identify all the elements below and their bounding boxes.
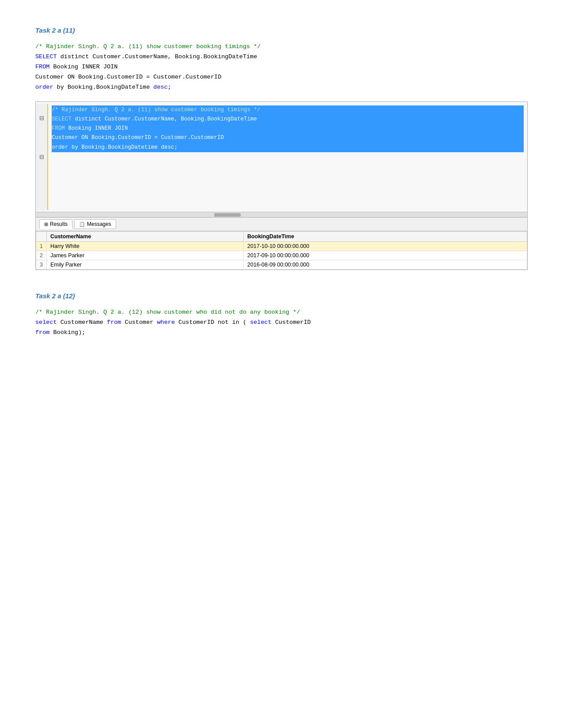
results-table-icon: ⊞ — [44, 221, 48, 227]
cell-datetime-3: 2016-08-09 00:00:00.000 — [244, 260, 527, 270]
editor-lines-11: /* Rajinder Singh. Q 2 a. (11) show cust… — [48, 104, 527, 210]
comment-line-12: /* Rajinder Singh. Q 2 a. (12) show cust… — [35, 309, 300, 315]
section-11: Task 2 a (11) /* Rajinder Singh. Q 2 a. … — [35, 26, 528, 270]
cell-datetime-2: 2017-09-10 00:00:00.000 — [244, 251, 527, 260]
row-num-2: 2 — [36, 251, 47, 260]
editor-line-3: FROM Booking INNER JOIN — [52, 124, 524, 133]
code-block-12: /* Rajinder Singh. Q 2 a. (12) show cust… — [35, 308, 528, 338]
table-row: 1 Harry White 2017-10-10 00:00:00.000 — [36, 242, 527, 251]
results-panel-11: ⊞ Results 📋 Messages CustomerName Bookin… — [35, 218, 528, 270]
table-row: 3 Emily Parker 2016-08-09 00:00:00.000 — [36, 260, 527, 270]
editor-line-5: order by Booking.BookingDatetime desc; — [52, 143, 524, 152]
col-rownum — [36, 232, 47, 242]
editor-line-1: /* Rajinder Singh. Q 2 a. (11) show cust… — [52, 105, 524, 115]
editor-scrollbar[interactable] — [36, 212, 527, 217]
cell-datetime-1: 2017-10-10 00:00:00.000 — [244, 242, 527, 251]
table-row: 2 James Parker 2017-09-10 00:00:00.000 — [36, 251, 527, 260]
col-bookingdatetime: BookingDateTime — [244, 232, 527, 242]
code-block-11: /* Rajinder Singh. Q 2 a. (11) show cust… — [35, 42, 528, 93]
cell-customername-2: James Parker — [47, 251, 244, 260]
section-12: Task 2 a (12) /* Rajinder Singh. Q 2 a. … — [35, 292, 528, 338]
task-title-11: Task 2 a (11) — [35, 26, 528, 34]
col-customername: CustomerName — [47, 232, 244, 242]
row-num-3: 3 — [36, 260, 47, 270]
tab-messages-label: Messages — [87, 221, 111, 227]
task-title-12: Task 2 a (12) — [35, 292, 528, 300]
cell-customername-3: Emily Parker — [47, 260, 244, 270]
results-table-11: CustomerName BookingDateTime 1 Harry Whi… — [36, 231, 527, 270]
editor-line-4: Customer ON Booking.CustomerID = Custome… — [52, 133, 524, 143]
results-tabs-11: ⊞ Results 📋 Messages — [36, 218, 527, 231]
table-header-row: CustomerName BookingDateTime — [36, 232, 527, 242]
tab-messages[interactable]: 📋 Messages — [74, 219, 116, 229]
cell-customername-1: Harry White — [47, 242, 244, 251]
sql-editor-11: ⊟ ⊟ /* Rajinder Singh. Q 2 a. (11) show … — [35, 101, 528, 218]
editor-line-2: SELECT distinct Customer.CustomerName, B… — [52, 115, 524, 124]
messages-icon: 📋 — [79, 221, 85, 227]
editor-gutter: ⊟ ⊟ — [36, 104, 48, 210]
tab-results[interactable]: ⊞ Results — [39, 219, 72, 229]
tab-results-label: Results — [50, 221, 68, 227]
scrollbar-thumb — [214, 213, 241, 217]
comment-line-11: /* Rajinder Singh. Q 2 a. (11) show cust… — [35, 43, 261, 50]
row-num-1: 1 — [36, 242, 47, 251]
